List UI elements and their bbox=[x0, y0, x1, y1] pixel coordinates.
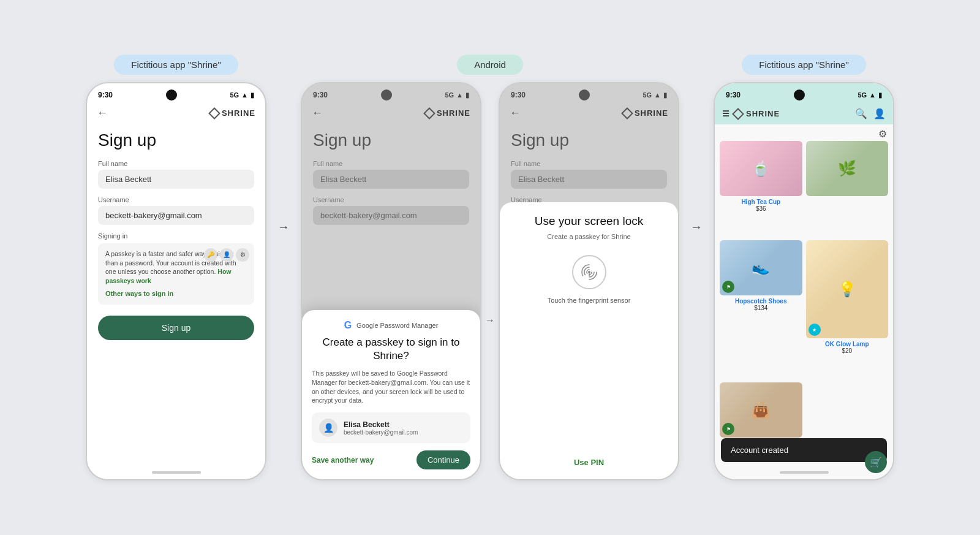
battery-2: ▮ bbox=[466, 91, 469, 99]
full-name-input-1[interactable]: Elisa Beckett bbox=[98, 170, 254, 189]
account-created-snackbar: Account created bbox=[721, 438, 887, 462]
signup-button[interactable]: Sign up bbox=[98, 316, 254, 340]
product-name-tea[interactable]: High Tea Cup bbox=[741, 199, 780, 205]
passkey-icons: 🔑 👤 ⚙ bbox=[204, 248, 249, 262]
shrine-name-3: SHRINE bbox=[635, 108, 668, 118]
product-img-tea: 🍵 bbox=[720, 141, 802, 196]
filter-icon[interactable]: ⚙ bbox=[878, 128, 887, 140]
lamp-badge: ★ bbox=[809, 324, 821, 336]
notch-3 bbox=[579, 89, 590, 101]
product-name-shoes[interactable]: Hopscotch Shoes bbox=[735, 298, 786, 305]
time-1: 9:30 bbox=[98, 91, 113, 99]
username-input-2[interactable]: beckett-bakery@gmail.com bbox=[313, 206, 469, 225]
shrine-logo-3: SHRINE bbox=[623, 108, 668, 118]
phone-4: 9:30 5G ▲ ▮ ☰ SHRINE 🔍 👤 bbox=[714, 82, 894, 480]
status-bar-2: 9:30 5G ▲ ▮ bbox=[302, 83, 480, 103]
signal-1: 5G bbox=[230, 91, 239, 99]
shrine-logo-2: SHRINE bbox=[425, 108, 470, 118]
signal-bars-4: ▲ bbox=[869, 91, 876, 99]
gpm-user-card: 👤 Elisa Beckett beckett-bakery@gmail.com bbox=[312, 412, 470, 443]
shrine-logo-1: SHRINE bbox=[210, 108, 255, 118]
shrine-diamond-icon-4 bbox=[732, 108, 744, 120]
back-btn-3[interactable]: ← bbox=[510, 107, 521, 120]
username-label-2: Username bbox=[313, 196, 469, 203]
time-3: 9:30 bbox=[511, 91, 526, 99]
shrine-diamond-icon-1 bbox=[208, 107, 221, 120]
shrine-diamond-icon-3 bbox=[621, 107, 633, 120]
bag-badge: ⚑ bbox=[722, 423, 734, 435]
plant-img-content: 🌿 bbox=[806, 141, 889, 196]
full-name-input-2[interactable]: Elisa Beckett bbox=[313, 170, 469, 189]
use-pin-btn[interactable]: Use PIN bbox=[574, 458, 604, 467]
status-right-4: 5G ▲ ▮ bbox=[858, 91, 882, 99]
signal-4: 5G bbox=[858, 91, 867, 99]
product-card-lamp: 💡 ★ OK Glow Lamp $20 bbox=[806, 240, 889, 379]
username-label-1: Username bbox=[98, 196, 254, 203]
product-img-plant: 🌿 bbox=[806, 141, 889, 196]
signal-2: 5G bbox=[445, 91, 454, 99]
continue-button[interactable]: Continue bbox=[417, 450, 470, 469]
status-bar-1: 9:30 5G ▲ ▮ bbox=[87, 83, 265, 103]
status-bar-3: 9:30 5G ▲ ▮ bbox=[500, 83, 678, 103]
search-icon[interactable]: 🔍 bbox=[855, 108, 867, 120]
profile-icon[interactable]: 👤 bbox=[873, 108, 886, 120]
product-img-lamp: 💡 ★ bbox=[806, 240, 889, 338]
full-name-label-1: Full name bbox=[98, 160, 254, 167]
signup-title-1: Sign up bbox=[98, 131, 254, 150]
signal-bars-2: ▲ bbox=[456, 91, 463, 99]
tea-img-content: 🍵 bbox=[720, 141, 802, 196]
product-img-bag: 👜 ⚑ bbox=[720, 382, 802, 438]
signup-title-2: Sign up bbox=[313, 131, 469, 150]
status-right-2: 5G ▲ ▮ bbox=[445, 91, 469, 99]
save-another-btn[interactable]: Save another way bbox=[312, 456, 374, 465]
hamburger-icon[interactable]: ☰ bbox=[722, 109, 730, 118]
home-bar-line-1 bbox=[152, 471, 201, 474]
user-name: Elisa Beckett bbox=[344, 420, 418, 429]
phone-content-1: Sign up Full name Elisa Beckett Username… bbox=[87, 124, 265, 466]
back-btn-2[interactable]: ← bbox=[312, 107, 323, 120]
signal-bars-3: ▲ bbox=[654, 91, 661, 99]
full-name-input-3[interactable]: Elisa Beckett bbox=[511, 170, 667, 189]
full-name-label-3: Full name bbox=[511, 160, 667, 167]
lamp-img-content: 💡 bbox=[806, 240, 889, 338]
status-right-1: 5G ▲ ▮ bbox=[230, 91, 254, 99]
other-ways-link[interactable]: Other ways to sign in bbox=[105, 289, 247, 298]
battery-1: ▮ bbox=[251, 91, 254, 99]
gpm-title-small: Google Password Manager bbox=[356, 322, 438, 329]
passkey-icon-2: 👤 bbox=[220, 248, 233, 262]
full-name-label-2: Full name bbox=[313, 160, 469, 167]
product-name-lamp[interactable]: OK Glow Lamp bbox=[825, 341, 869, 347]
product-grid: 🍵 High Tea Cup $36 🌿 👟 bbox=[715, 141, 893, 466]
shrine-nav-right: 🔍 👤 bbox=[855, 108, 886, 120]
google-g-icon: G bbox=[344, 320, 352, 331]
arrow-3-4: → bbox=[690, 55, 703, 234]
shrine-nav-4: ☰ SHRINE 🔍 👤 bbox=[715, 103, 893, 124]
screen-lock-modal: Use your screen lock Create a passkey fo… bbox=[500, 202, 678, 479]
phone-1: 9:30 5G ▲ ▮ ← SHRINE Sign up Full name bbox=[86, 82, 266, 480]
screen-lock-sub: Create a passkey for Shrine bbox=[547, 233, 630, 240]
phone-3: 9:30 5G ▲ ▮ ← SHRINE Sign up bbox=[499, 82, 679, 480]
user-avatar: 👤 bbox=[319, 419, 337, 437]
gpm-header: G Google Password Manager bbox=[312, 320, 470, 331]
home-bar-line-4 bbox=[780, 471, 829, 474]
time-2: 9:30 bbox=[313, 91, 328, 99]
username-input-1[interactable]: beckett-bakery@gmail.com bbox=[98, 206, 254, 225]
modal-actions: Save another way Continue bbox=[312, 450, 470, 469]
notch-4 bbox=[794, 89, 805, 101]
phone-2: 9:30 5G ▲ ▮ ← SHRINE Sign up bbox=[301, 82, 481, 480]
section-label-left: Fictitious app "Shrine" bbox=[114, 55, 238, 75]
gpm-modal-desc: This passkey will be saved to Google Pas… bbox=[312, 369, 470, 405]
product-card-shoes: 👟 ⚑ Hopscotch Shoes $134 bbox=[720, 240, 802, 379]
passkey-icon-3: ⚙ bbox=[236, 248, 249, 262]
product-img-shoes: 👟 ⚑ bbox=[720, 240, 802, 295]
shrine-diamond-icon-2 bbox=[423, 107, 435, 120]
product-card-plant: 🌿 bbox=[806, 141, 889, 237]
passkey-icon-1: 🔑 bbox=[204, 248, 217, 262]
cart-fab[interactable]: 🛒 bbox=[865, 451, 887, 473]
section-shrine-left: Fictitious app "Shrine" 9:30 5G ▲ ▮ ← SH… bbox=[86, 55, 266, 480]
product-price-tea: $36 bbox=[756, 205, 766, 212]
user-info: Elisa Beckett beckett-bakery@gmail.com bbox=[344, 420, 418, 436]
back-btn-1[interactable]: ← bbox=[97, 107, 108, 120]
signal-bars-1: ▲ bbox=[241, 91, 248, 99]
shrine-name-1: SHRINE bbox=[222, 108, 255, 118]
